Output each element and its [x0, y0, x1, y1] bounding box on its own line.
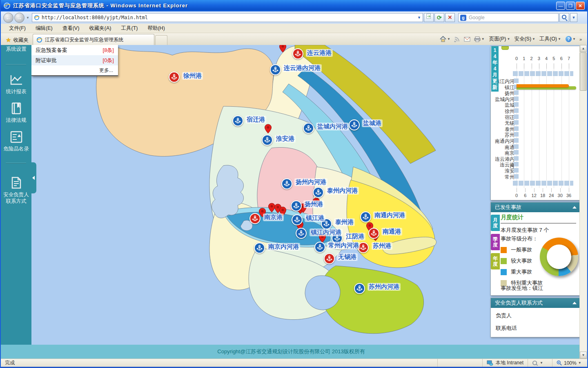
print-dropdown[interactable]: ▼: [481, 37, 485, 41]
sidebar-item-系统设置[interactable]: 系统设置: [1, 46, 31, 52]
menu-查看(V)[interactable]: 查看(V): [58, 24, 85, 33]
collapse-up-icon[interactable]: [572, 206, 577, 209]
port-marker-徐州港[interactable]: [169, 72, 180, 83]
accident-panel-header[interactable]: 已发生事故: [491, 202, 581, 212]
help-button[interactable]: ? ▼: [564, 35, 577, 43]
command-安全(S)[interactable]: 安全(S) ▼: [512, 35, 537, 43]
address-dropdown[interactable]: ▼: [417, 16, 421, 20]
bar-镇江-一般事故[interactable]: [517, 84, 569, 88]
new-tab-button[interactable]: [155, 35, 167, 45]
port-marker-泰州内河港[interactable]: [313, 187, 324, 198]
port-label-镇江港[interactable]: 镇江港: [305, 214, 325, 222]
red-pin-icon[interactable]: [264, 124, 272, 134]
port-label-南京内河港[interactable]: 南京内河港: [267, 243, 300, 251]
port-label-常州内河港[interactable]: 常州内河港: [327, 242, 360, 249]
menu-收藏夹(A)[interactable]: 收藏夹(A): [84, 24, 116, 33]
scroll-down-button[interactable]: ▼: [580, 352, 587, 359]
sidebar-collapse-tab[interactable]: [31, 162, 36, 193]
port-marker-连云港港[interactable]: [292, 48, 303, 59]
port-label-苏州内河港[interactable]: 苏州内河港: [368, 283, 401, 291]
period-tab-季度[interactable]: 季度: [491, 234, 500, 250]
quick-row-应急预案备案[interactable]: 应急预案备案[8条]: [31, 45, 118, 55]
port-marker-南京港[interactable]: [249, 213, 261, 224]
port-label-南京港[interactable]: 南京港: [263, 213, 284, 221]
address-bar[interactable]: http://localhost:8080/yjpt/Main.html ▼: [32, 13, 423, 22]
rss-button[interactable]: [453, 35, 461, 43]
command-页面(P)[interactable]: 页面(P) ▼: [487, 35, 512, 43]
port-label-南通港[interactable]: 南通港: [381, 228, 402, 236]
port-label-泰州港[interactable]: 泰州港: [334, 218, 355, 226]
port-label-宿迁港[interactable]: 宿迁港: [245, 116, 266, 123]
port-label-扬州港[interactable]: 扬州港: [303, 200, 324, 208]
red-pin-icon[interactable]: [279, 45, 287, 53]
port-marker-南通港[interactable]: [368, 228, 379, 239]
search-options-dropdown[interactable]: ▼: [570, 13, 577, 22]
port-marker-南京内河港[interactable]: [254, 242, 265, 254]
menu-工具(T)[interactable]: 工具(T): [116, 24, 143, 33]
overflow-chevron[interactable]: »: [578, 37, 583, 42]
more-link[interactable]: 更多...: [31, 65, 118, 75]
port-marker-宿迁港[interactable]: [232, 115, 243, 126]
port-label-泰州内河港[interactable]: 泰州内河港: [326, 187, 359, 195]
scroll-up-button[interactable]: ▲: [580, 45, 587, 52]
period-tab-月度[interactable]: 月度: [491, 215, 500, 231]
refresh-button[interactable]: ⟳: [434, 13, 444, 22]
port-label-徐州港[interactable]: 徐州港: [182, 72, 203, 80]
restore-button[interactable]: ❐: [566, 2, 575, 10]
port-label-无锡港[interactable]: 无锡港: [337, 253, 358, 261]
contact-panel-header[interactable]: 安全负责人联系方式: [491, 298, 581, 308]
port-label-连云港港[interactable]: 连云港港: [306, 49, 333, 57]
back-button[interactable]: ←: [3, 13, 13, 23]
menu-编辑(E)[interactable]: 编辑(E): [31, 24, 58, 33]
menu-文件(F)[interactable]: 文件(F): [4, 24, 31, 33]
protected-mode-button[interactable]: ▼: [528, 359, 552, 367]
vertical-scrollbar[interactable]: ▲ ▼: [579, 45, 586, 359]
history-dropdown[interactable]: ▼: [26, 16, 29, 20]
search-button[interactable]: [559, 13, 569, 22]
menu-帮助(H)[interactable]: 帮助(H): [143, 24, 169, 33]
stop-button[interactable]: ✕: [445, 13, 455, 22]
command-工具(O)[interactable]: 工具(O) ▼: [537, 35, 563, 43]
port-marker-无锡港[interactable]: [324, 253, 335, 264]
port-marker-常州内河港[interactable]: [314, 242, 325, 253]
sidebar-item-危险品名录[interactable]: 危险品名录: [1, 131, 31, 152]
collapse-up-icon[interactable]: [572, 302, 577, 304]
period-tab-年度[interactable]: 年度: [491, 253, 500, 269]
close-button[interactable]: ✕: [576, 2, 585, 10]
port-marker-镇江港[interactable]: [292, 214, 303, 225]
print-button[interactable]: ▼: [473, 36, 486, 43]
forward-button[interactable]: →: [14, 13, 24, 23]
port-label-连云港内河港[interactable]: 连云港内河港: [283, 64, 322, 72]
sidebar-item-安全负责人联系方式[interactable]: 安全负责人联系方式: [1, 177, 31, 204]
port-marker-镇江内河港[interactable]: [296, 228, 307, 239]
scroll-thumb[interactable]: [580, 52, 587, 91]
help-dropdown[interactable]: ▼: [572, 37, 576, 41]
port-label-扬州内河港[interactable]: 扬州内河港: [294, 178, 327, 186]
port-label-盐城内河港[interactable]: 盐城内河港: [316, 123, 349, 130]
port-marker-扬州港[interactable]: [291, 200, 302, 211]
favorites-button[interactable]: ★ 收藏夹: [3, 35, 33, 45]
port-label-江阴港[interactable]: 江阴港: [345, 233, 365, 240]
port-marker-连云港内河港[interactable]: [270, 64, 281, 75]
port-label-盐城港[interactable]: 盐城港: [362, 119, 383, 127]
minimize-button[interactable]: —: [556, 2, 565, 10]
sidebar-item-统计报表[interactable]: 统计报表: [1, 74, 31, 95]
compatibility-button[interactable]: [424, 13, 434, 22]
port-label-镇江内河港[interactable]: 镇江内河港: [310, 229, 343, 236]
port-marker-扬州内河港[interactable]: [281, 178, 292, 189]
sidebar-item-法律法规[interactable]: 法律法规: [1, 102, 31, 123]
port-marker-盐城内河港[interactable]: [303, 123, 314, 134]
home-dropdown[interactable]: ▼: [447, 37, 450, 41]
mail-button[interactable]: [463, 36, 472, 43]
quick-row-附证审批[interactable]: 附证审批[0条]: [31, 55, 118, 65]
port-label-淮安港[interactable]: 淮安港: [275, 135, 296, 143]
home-button[interactable]: ▼: [439, 35, 452, 43]
port-label-苏州港[interactable]: 苏州港: [372, 242, 392, 250]
zoom-control[interactable]: 100% ▼: [552, 359, 587, 367]
port-marker-苏州内河港[interactable]: [354, 283, 365, 294]
port-marker-淮安港[interactable]: [262, 135, 273, 146]
port-marker-盐城港[interactable]: [349, 119, 360, 130]
tab-active[interactable]: 江苏省港口安全监管与应急管理系统: [33, 34, 154, 45]
port-marker-南通内河港[interactable]: [360, 211, 371, 222]
search-input[interactable]: g Google: [458, 13, 559, 22]
